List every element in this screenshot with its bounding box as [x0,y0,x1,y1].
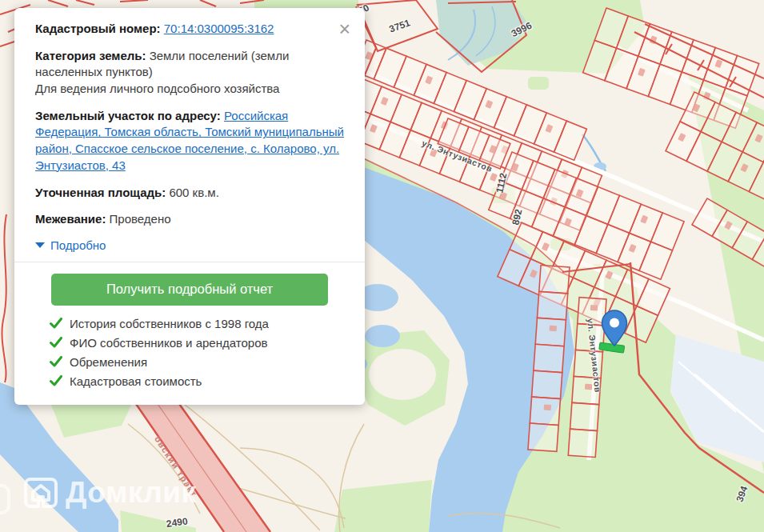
cadastral-number-label: Кадастровый номер: [35,22,161,35]
land-category-row: Категория земель: Земли поселений (земли… [35,48,344,98]
details-toggle[interactable]: Подробно [35,238,344,252]
benefit-label: Обременения [70,355,147,369]
parcel-info-popup: × Кадастровый номер: 70:14:0300095:3162 … [14,8,365,405]
area-value: 600 кв.м. [169,186,218,199]
get-report-button[interactable]: Получить подробный отчет [51,274,328,306]
map-pin-icon[interactable] [599,309,630,349]
area-label: Уточненная площадь: [35,186,166,199]
popup-divider [14,262,365,262]
check-icon [50,356,62,367]
address-row: Земельный участок по адресу: Российская … [35,108,344,174]
benefit-item: История собственников с 1998 года [50,317,344,330]
map-canvas[interactable]: 37503751399611128922490394ул. Энтузиасто… [0,0,764,532]
report-benefits-list: История собственников с 1998 годаФИО соб… [35,317,344,388]
benefit-item: Кадастровая стоимость [50,374,344,388]
land-usage-value: Для ведения личного подсобного хозяйства [35,82,279,95]
survey-label: Межевание: [35,212,106,226]
check-icon [50,337,62,348]
benefit-item: Обременения [50,355,344,369]
area-row: Уточненная площадь: 600 кв.м. [35,185,344,202]
check-icon [50,318,62,329]
address-label: Земельный участок по адресу: [35,109,221,122]
survey-value: Проведено [110,212,171,226]
benefit-label: История собственников с 1998 года [70,317,269,330]
close-icon[interactable]: × [335,16,354,42]
check-icon [50,375,62,386]
cadastral-number-row: Кадастровый номер: 70:14:0300095:3162 [35,21,344,38]
benefit-label: Кадастровая стоимость [70,374,202,388]
land-category-label: Категория земель: [35,49,146,62]
survey-row: Межевание: Проведено [35,211,344,228]
benefit-item: ФИО собственников и арендаторов [50,336,344,350]
cadastral-number-link[interactable]: 70:14:0300095:3162 [164,22,274,35]
benefit-label: ФИО собственников и арендаторов [70,336,267,350]
details-link[interactable]: Подробно [50,238,106,252]
chevron-down-icon [35,242,45,248]
